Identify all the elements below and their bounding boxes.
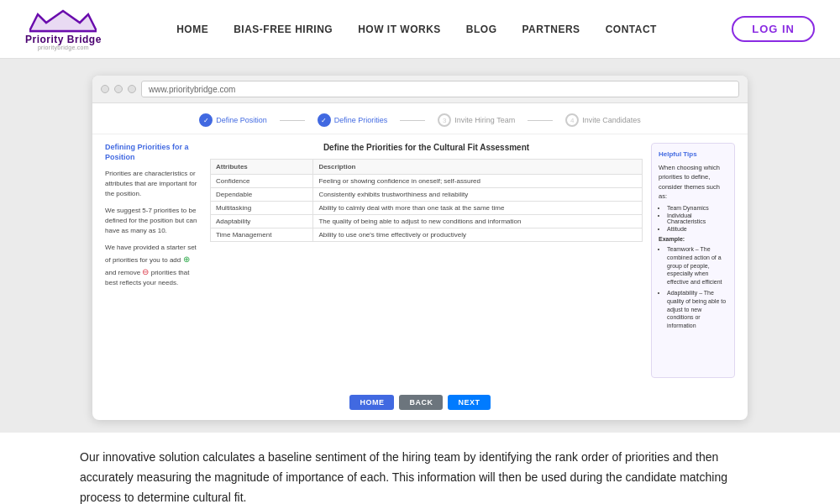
browser-url: www.prioritybridge.com <box>141 81 739 97</box>
center-title: Define the Priorities for the Cultural F… <box>210 143 643 152</box>
step-label-1: Define Position <box>216 116 267 124</box>
theme-item: Individual Characteristics <box>667 213 727 224</box>
logo-text: Priority Bridge <box>25 34 102 45</box>
step-divider-3 <box>528 120 553 121</box>
attributes-table: Attributes Description ConfidenceFeeling… <box>210 159 643 242</box>
step-circle-2: ✓ <box>318 113 331 127</box>
table-row: Time ManagementAbility to use one's time… <box>211 228 643 242</box>
home-button[interactable]: HOME <box>349 395 394 410</box>
theme-item: Team Dynamics <box>667 205 727 211</box>
helpful-intro: When choosing which priorities to define… <box>659 163 727 201</box>
nav-contact[interactable]: CONTACT <box>606 24 657 35</box>
logo-sub: prioritybridge.com <box>38 45 89 50</box>
step-label-3: Invite Hiring Team <box>454 116 515 124</box>
example-item: Adaptability – The quality of being able… <box>667 289 727 330</box>
center-panel: Define the Priorities for the Cultural F… <box>210 143 643 378</box>
browser-dot-1 <box>101 85 109 93</box>
table-row: AdaptabilityThe quality of being able to… <box>211 215 643 228</box>
remove-icon: ⊖ <box>142 267 149 276</box>
col-attributes: Attributes <box>211 160 313 175</box>
example-label: Example: <box>659 236 727 242</box>
step-define-priorities[interactable]: ✓ Define Priorities <box>305 113 401 127</box>
attr-desc: Consistently exhibits trustworthiness an… <box>313 188 643 202</box>
themes-list: Team DynamicsIndividual CharacteristicsA… <box>659 205 727 232</box>
app-body: Defining Priorities for a Position Prior… <box>92 134 748 386</box>
back-button[interactable]: BACK <box>399 395 443 410</box>
steps-bar: ✓ Define Position ✓ Define Priorities 3 … <box>92 103 748 134</box>
nav-home[interactable]: HOME <box>176 24 208 35</box>
attr-desc: Ability to calmly deal with more than on… <box>313 202 643 215</box>
examples-list: Teamwork – The combined action of a grou… <box>659 245 727 330</box>
browser-bar: www.prioritybridge.com <box>92 76 748 103</box>
step-circle-4: 4 <box>565 113 579 127</box>
step-invite-hiring-team[interactable]: 3 Invite Hiring Team <box>425 113 528 127</box>
table-row: ConfidenceFeeling or showing confidence … <box>211 175 643 188</box>
left-text-1: Priorities are characteristics or attrib… <box>105 169 202 199</box>
left-panel: Defining Priorities for a Position Prior… <box>105 143 202 378</box>
nav-blog[interactable]: BLOG <box>466 24 497 35</box>
add-icon: ⊕ <box>183 255 190 264</box>
attr-desc: Feeling or showing confidence in oneself… <box>313 175 643 188</box>
table-row: DependableConsistently exhibits trustwor… <box>211 188 643 202</box>
step-define-position[interactable]: ✓ Define Position <box>186 113 280 127</box>
attr-desc: The quality of being able to adjust to n… <box>313 215 643 228</box>
left-title: Defining Priorities for a Position <box>105 143 202 162</box>
step-circle-1: ✓ <box>199 113 213 127</box>
browser-dot-3 <box>128 85 136 93</box>
login-button[interactable]: LOG IN <box>732 16 815 42</box>
main-content: www.prioritybridge.com ✓ Define Position… <box>0 59 840 433</box>
browser-dot-2 <box>114 85 123 93</box>
button-row: HOME BACK NEXT <box>92 386 748 420</box>
attr-desc: Ability to use one's time effectively or… <box>313 228 643 242</box>
attr-name: Multitasking <box>211 202 313 215</box>
right-panel: Helpful Tips When choosing which priorit… <box>651 143 735 378</box>
nav-bias-free-hiring[interactable]: BIAS-FREE HIRING <box>234 24 333 35</box>
step-label-4: Invite Candidates <box>582 116 641 124</box>
bottom-text-content: Our innovative solution calculates a bas… <box>80 450 727 504</box>
logo: Priority Bridge prioritybridge.com <box>25 8 102 50</box>
col-description: Description <box>313 160 643 175</box>
attr-name: Confidence <box>211 175 313 188</box>
helpful-title: Helpful Tips <box>659 150 727 158</box>
left-text-3: We have provided a starter set of priori… <box>105 243 202 288</box>
attr-name: Time Management <box>211 228 313 242</box>
theme-item: Attitude <box>667 226 727 232</box>
left-text-2: We suggest 5-7 priorities to be defined … <box>105 206 202 236</box>
table-row: MultitaskingAbility to calmly deal with … <box>211 202 643 215</box>
browser-mockup: www.prioritybridge.com ✓ Define Position… <box>92 76 748 420</box>
step-divider-1 <box>280 120 305 121</box>
nav-links: HOME BIAS-FREE HIRING HOW IT WORKS BLOG … <box>176 24 657 35</box>
nav-how-it-works[interactable]: HOW IT WORKS <box>358 24 441 35</box>
logo-icon <box>29 8 97 33</box>
step-divider-2 <box>400 120 425 121</box>
next-button[interactable]: NEXT <box>448 395 490 410</box>
nav-partners[interactable]: PARTNERS <box>522 24 580 35</box>
step-label-2: Define Priorities <box>334 116 388 124</box>
attr-name: Dependable <box>211 188 313 202</box>
step-invite-candidates[interactable]: 4 Invite Candidates <box>553 113 654 127</box>
example-item: Teamwork – The combined action of a grou… <box>667 245 727 286</box>
attr-name: Adaptability <box>211 215 313 228</box>
bottom-text: Our innovative solution calculates a bas… <box>0 433 840 504</box>
step-circle-3: 3 <box>438 113 451 127</box>
svg-marker-1 <box>29 11 97 33</box>
navbar: Priority Bridge prioritybridge.com HOME … <box>0 0 840 59</box>
